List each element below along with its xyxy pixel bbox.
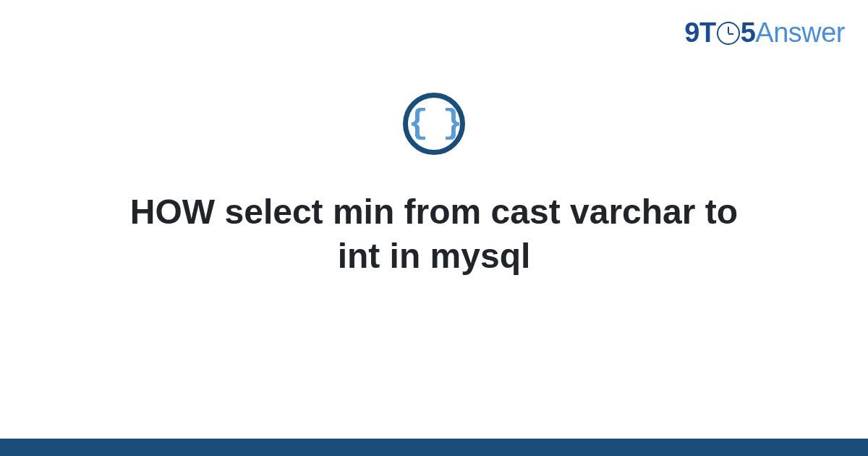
page-title: HOW select min from cast varchar to int …	[87, 190, 781, 279]
logo-nine: 9	[684, 17, 699, 48]
main-content: { } HOW select min from cast varchar to …	[0, 93, 868, 279]
logo-t: T	[699, 17, 716, 48]
braces-glyph: { }	[409, 107, 460, 140]
code-braces-icon: { }	[403, 93, 465, 155]
logo-answer: Answer	[755, 17, 845, 48]
logo-five: 5	[741, 17, 756, 48]
footer-bar	[0, 439, 868, 456]
site-logo: 9 T 5 Answer	[684, 17, 845, 48]
clock-icon	[717, 22, 740, 45]
